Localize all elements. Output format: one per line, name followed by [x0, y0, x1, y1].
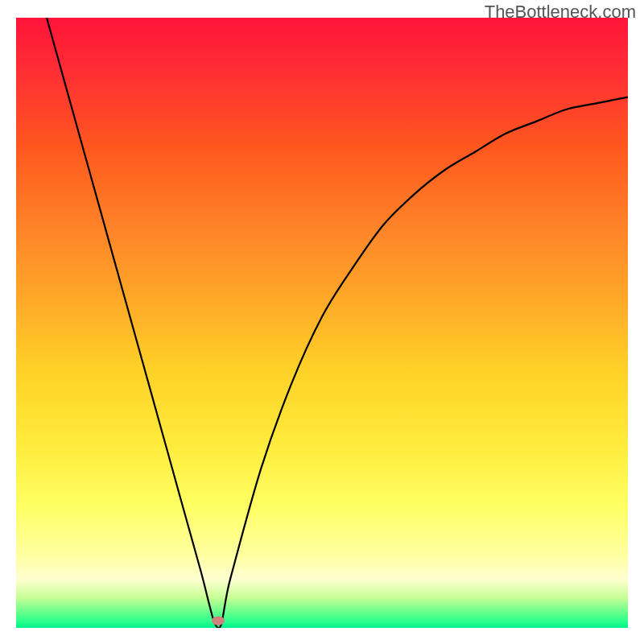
- curve-svg: [16, 18, 628, 628]
- bottleneck-curve-path: [47, 18, 628, 628]
- chart-container: TheBottleneck.com: [0, 0, 644, 644]
- minimum-marker: [212, 616, 225, 625]
- plot-area: [16, 18, 628, 628]
